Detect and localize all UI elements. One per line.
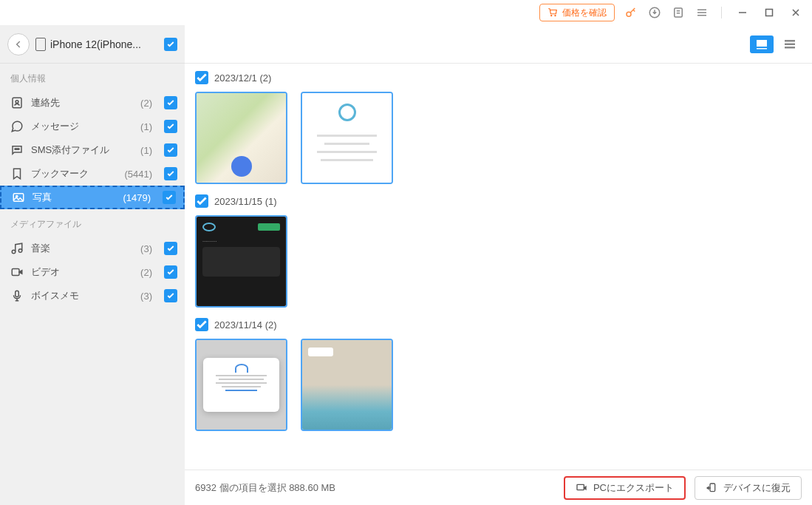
view-toolbar	[185, 25, 812, 64]
sidebar-item-label: 写真	[33, 191, 115, 204]
sidebar-item-label: メッセージ	[31, 120, 133, 133]
sidebar-item-music[interactable]: 音楽(3)	[0, 237, 185, 260]
sidebar-item-checkbox[interactable]	[164, 265, 177, 279]
menu-icon[interactable]	[695, 5, 709, 20]
maximize-button[interactable]	[760, 4, 778, 21]
sidebar-item-contact[interactable]: 連絡先(2)	[0, 91, 185, 115]
sidebar-item-label: 連絡先	[31, 96, 133, 109]
section-personal-title: 個人情報	[0, 64, 185, 91]
sidebar-item-count: (3)	[140, 243, 152, 254]
date-group: 2023/11/15 (1)..........	[195, 194, 802, 308]
thumbnail[interactable]	[195, 339, 287, 431]
cart-icon	[547, 7, 558, 18]
sidebar-item-checkbox[interactable]	[163, 191, 176, 204]
svg-rect-18	[785, 43, 795, 45]
svg-rect-17	[785, 40, 795, 42]
music-icon	[10, 242, 24, 255]
minimize-button[interactable]	[734, 4, 751, 21]
restore-device-label: デバイスに復元	[723, 481, 791, 495]
sidebar-item-label: 音楽	[31, 242, 133, 255]
svg-point-0	[627, 12, 631, 16]
sidebar-item-count: (2)	[140, 98, 152, 109]
sidebar-item-count: (2)	[140, 267, 152, 278]
contact-icon	[10, 96, 24, 109]
key-icon[interactable]	[624, 5, 638, 20]
thumbnail[interactable]	[195, 92, 287, 184]
download-icon[interactable]	[647, 5, 662, 20]
sidebar-item-checkbox[interactable]	[164, 289, 177, 302]
date-label: 2023/11/14 (2)	[214, 319, 277, 331]
device-checkbox[interactable]	[164, 38, 177, 51]
date-group: 2023/12/1 (2)	[195, 71, 802, 184]
phone-icon	[35, 38, 46, 51]
sidebar-item-label: ビデオ	[31, 265, 133, 279]
sidebar-item-label: ボイスメモ	[31, 289, 133, 302]
titlebar: 価格を確認	[0, 0, 812, 25]
svg-rect-13	[12, 269, 19, 276]
photo-icon	[12, 191, 25, 204]
export-icon	[576, 482, 587, 494]
note-icon[interactable]	[671, 5, 686, 20]
sms-icon	[10, 143, 24, 157]
sidebar: iPhone 12(iPhone... 個人情報 連絡先(2)メッセージ(1)S…	[0, 25, 185, 505]
svg-rect-20	[577, 484, 584, 489]
close-button[interactable]	[787, 4, 805, 21]
svg-rect-19	[785, 47, 795, 49]
thumbnail-area[interactable]: 2023/12/1 (2)2023/11/15 (1)..........202…	[185, 64, 812, 470]
svg-rect-21	[710, 484, 715, 492]
svg-rect-3	[766, 10, 773, 16]
date-group: 2023/11/14 (2)	[195, 318, 802, 431]
svg-point-5	[16, 101, 18, 104]
export-pc-label: PCにエクスポート	[593, 481, 674, 495]
sidebar-item-count: (1)	[140, 121, 152, 132]
sidebar-item-count: (5441)	[124, 169, 152, 180]
svg-point-11	[12, 250, 16, 254]
date-label: 2023/12/1 (2)	[214, 72, 271, 84]
price-check-button[interactable]: 価格を確認	[539, 4, 615, 21]
date-checkbox[interactable]	[195, 71, 208, 84]
device-header: iPhone 12(iPhone...	[0, 25, 185, 64]
thumbnail[interactable]: ..........	[195, 215, 287, 308]
bookmark-icon	[10, 167, 24, 180]
svg-rect-15	[757, 40, 767, 47]
export-pc-button[interactable]: PCにエクスポート	[564, 476, 686, 500]
restore-device-button[interactable]: デバイスに復元	[695, 476, 802, 500]
date-checkbox[interactable]	[195, 318, 208, 331]
back-button[interactable]	[7, 33, 30, 55]
sidebar-item-checkbox[interactable]	[164, 96, 177, 109]
sidebar-item-voice[interactable]: ボイスメモ(3)	[0, 284, 185, 308]
sidebar-item-count: (1)	[140, 145, 152, 156]
video-icon	[10, 265, 24, 279]
list-view-button[interactable]	[778, 35, 802, 53]
sidebar-item-checkbox[interactable]	[164, 120, 177, 133]
sidebar-item-message[interactable]: メッセージ(1)	[0, 115, 185, 138]
message-icon	[10, 120, 24, 133]
section-media-title: メディアファイル	[0, 209, 185, 237]
sidebar-item-bookmark[interactable]: ブックマーク(5441)	[0, 162, 185, 186]
sidebar-item-video[interactable]: ビデオ(2)	[0, 260, 185, 284]
status-text: 6932 個の項目を選択 888.60 MB	[195, 481, 555, 495]
svg-point-8	[18, 149, 20, 150]
grid-view-button[interactable]	[750, 35, 774, 53]
sidebar-item-sms[interactable]: SMS添付ファイル(1)	[0, 138, 185, 162]
date-checkbox[interactable]	[195, 194, 208, 208]
sidebar-item-label: ブックマーク	[31, 167, 117, 180]
sidebar-item-photo[interactable]: 写真(1479)	[0, 186, 185, 209]
voice-icon	[10, 289, 24, 302]
svg-rect-14	[16, 291, 19, 296]
sidebar-item-checkbox[interactable]	[164, 143, 177, 157]
thumbnail[interactable]	[301, 339, 393, 431]
svg-rect-16	[757, 48, 767, 50]
sidebar-item-checkbox[interactable]	[164, 167, 177, 180]
device-name: iPhone 12(iPhone...	[35, 38, 158, 51]
thumbnail[interactable]	[301, 92, 393, 184]
sidebar-item-count: (1479)	[123, 192, 151, 203]
svg-point-7	[16, 149, 18, 150]
main: iPhone 12(iPhone... 個人情報 連絡先(2)メッセージ(1)S…	[0, 25, 812, 505]
footer: 6932 個の項目を選択 888.60 MB PCにエクスポート デバイスに復元	[185, 470, 812, 505]
price-check-label: 価格を確認	[562, 7, 607, 19]
sidebar-item-checkbox[interactable]	[164, 242, 177, 255]
content: 2023/12/1 (2)2023/11/15 (1)..........202…	[185, 25, 812, 505]
svg-point-6	[15, 149, 16, 150]
sidebar-item-count: (3)	[140, 291, 152, 302]
